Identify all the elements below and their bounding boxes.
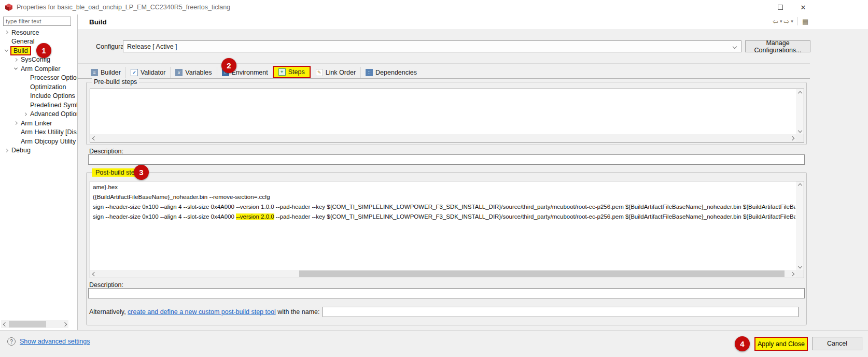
tree-item-arm-linker[interactable]: Arm Linker [0,119,77,128]
back-icon[interactable]: ⇦ [773,18,778,25]
tree-expander-icon[interactable] [2,146,10,154]
pre-build-content[interactable] [90,89,795,134]
spacer [21,92,29,100]
tree-item-optimization[interactable]: Optimization [0,82,77,92]
tree-item-debug[interactable]: Debug [0,146,77,155]
tree-item-build[interactable]: Build1 [0,46,77,55]
pre-build-horizontal-scrollbar[interactable] [90,134,796,142]
scroll-down-icon[interactable] [796,262,804,270]
configuration-value: Release [ Active ] [127,43,177,50]
annotation-badge-4: 4 [735,336,750,351]
tab-link-order[interactable]: ✎Link Order [311,67,360,78]
tree-item-label[interactable]: Predefined Symb [29,102,78,109]
pre-build-vertical-scrollbar[interactable] [796,89,804,134]
tree-item-processor-option[interactable]: Processor Option [0,74,77,83]
post-build-description-label: Description: [89,281,123,289]
post-build-vertical-scrollbar[interactable] [796,181,804,270]
manage-configurations-button[interactable]: Manage Configurations... [745,40,810,52]
tree-item-advanced-option[interactable]: Advanced Option [0,110,77,119]
post-build-line-1[interactable]: ame}.hex [93,182,795,192]
post-build-horizontal-scrollbar[interactable] [90,270,796,278]
tree-expander-icon[interactable] [11,65,20,73]
scroll-left-icon[interactable] [90,270,98,278]
configuration-select[interactable]: Release [ Active ] [123,40,741,52]
filter-input[interactable] [3,17,71,26]
pre-build-steps-textarea[interactable] [90,89,804,142]
scroll-left-icon[interactable] [90,134,98,142]
tree-item-label[interactable]: Processor Option [29,74,78,81]
tree-item-include-options[interactable]: Include Options [0,92,77,101]
scroll-up-icon[interactable] [796,89,804,97]
tree-item-predefined-symb[interactable]: Predefined Symb [0,101,77,110]
tab-dependencies[interactable]: ::Dependencies [360,67,422,78]
back-dropdown-icon[interactable]: ▾ [780,19,782,24]
spacer [21,101,29,109]
tree-item-label[interactable]: Include Options [29,92,76,99]
scroll-right-icon[interactable] [61,320,68,328]
tree-expander-icon[interactable] [11,119,20,127]
dialog-footer: ? Show advanced settings 4 Apply and Clo… [0,330,868,357]
post-build-description-input[interactable] [88,288,805,298]
app-cube-icon [5,4,12,11]
divider [797,17,798,25]
post-build-line-2[interactable]: ({BuildArtifactFileBaseName}_noheader.bi… [93,192,795,202]
command-text: --pad-header --key ${COM_TI_SIMPLELINK_L… [274,213,795,220]
scroll-right-icon[interactable] [788,270,796,278]
spacer [11,137,20,146]
tab-strip: ≡Builder✓ValidatorxVariables○Environment… [86,66,422,78]
scrollbar-track[interactable] [98,270,788,278]
scroll-left-icon[interactable] [1,320,9,328]
sidebar-horizontal-scrollbar[interactable] [1,320,68,328]
tree-item-label[interactable]: General [10,38,35,45]
show-advanced-settings-link[interactable]: Show advanced settings [20,338,90,345]
tree-expander-icon[interactable] [2,28,10,37]
tree-item-sysconfig[interactable]: SysConfig [0,55,77,65]
help-icon[interactable]: ? [7,337,16,346]
tree-item-label[interactable]: Debug [10,147,32,154]
maximize-button[interactable] [772,1,789,13]
tree-item-arm-objcopy-utility[interactable]: Arm Objcopy Utility [0,137,77,146]
tree-item-label[interactable]: Arm Linker [20,120,53,127]
cancel-button[interactable]: Cancel [812,337,862,350]
pre-build-group: Pre-build steps [86,82,807,145]
forward-dropdown-icon[interactable]: ▾ [791,19,793,24]
tab-steps[interactable]: +Steps [273,66,311,78]
tree-expander-icon[interactable] [2,47,10,55]
tree-item-label[interactable]: Advanced Option [29,110,78,118]
tree-item-label[interactable]: Arm Hex Utility [Disa [20,128,78,136]
tree-item-label[interactable]: Arm Compiler [20,65,61,73]
tree-expander-icon[interactable] [21,110,29,118]
scrollbar-track[interactable] [98,134,788,142]
dependencies-icon: :: [366,69,373,76]
scroll-up-icon[interactable] [796,181,804,189]
post-build-line-3[interactable]: sign --header-size 0x100 --align 4 --slo… [93,202,795,212]
variables-icon: x [175,69,183,76]
post-build-tool-name-input[interactable] [323,307,799,317]
tree-item-label[interactable]: Arm Objcopy Utility [20,138,77,145]
scrollbar-thumb[interactable] [9,321,46,327]
scroll-right-icon[interactable] [788,134,796,142]
tree-item-resource[interactable]: Resource [0,28,77,37]
close-button[interactable]: ✕ [794,1,812,13]
forward-icon[interactable]: ⇨ [783,18,789,25]
create-post-build-tool-link[interactable]: create and define a new custom post-buil… [128,308,276,316]
tab-variables[interactable]: xVariables [170,67,216,78]
tab-label: Validator [141,69,165,76]
view-menu-icon[interactable]: ▤ [802,18,808,25]
tree-item-arm-hex-utility-disa[interactable]: Arm Hex Utility [Disa [0,128,77,137]
tree-item-arm-compiler[interactable]: Arm Compiler [0,64,77,74]
tree-item-label[interactable]: Build [10,46,31,55]
post-build-content[interactable]: ame}.hex({BuildArtifactFileBaseName}_noh… [90,181,795,269]
scroll-down-icon[interactable] [796,126,804,134]
post-build-line-4[interactable]: sign --header-size 0x100 --align 4 --slo… [93,212,795,222]
pre-build-description-input[interactable] [88,154,805,165]
scrollbar-thumb[interactable] [299,270,785,277]
tree-item-label[interactable]: Optimization [29,83,67,91]
tab-builder[interactable]: ≡Builder [86,67,125,78]
apply-and-close-button[interactable]: Apply and Close [754,337,808,351]
post-build-steps-textarea[interactable]: ame}.hex({BuildArtifactFileBaseName}_noh… [90,181,804,278]
tree-expander-icon[interactable] [11,55,20,64]
tab-validator[interactable]: ✓Validator [125,67,170,78]
tree-item-label[interactable]: Resource [10,29,40,36]
close-icon: ✕ [801,4,806,11]
